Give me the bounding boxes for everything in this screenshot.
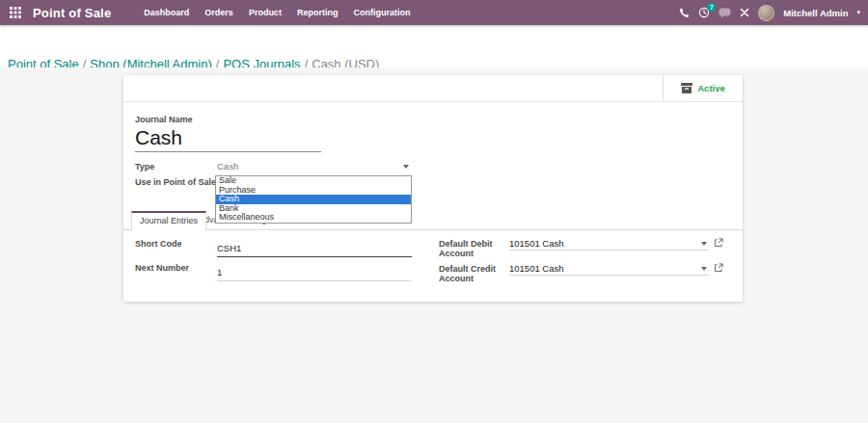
- menu-product[interactable]: Product: [247, 6, 284, 19]
- default-credit-value: 101501 Cash: [509, 263, 701, 274]
- short-code-row: Short Code CSH1: [135, 238, 412, 257]
- main-menu: Dashboard Orders Product Reporting Confi…: [142, 6, 412, 19]
- use-in-pos-label: Use in Point of Sale: [135, 176, 217, 187]
- close-icon[interactable]: [740, 8, 749, 17]
- external-link-icon[interactable]: [714, 263, 723, 273]
- form-statusbar: Active: [123, 75, 743, 102]
- default-credit-select[interactable]: 101501 Cash: [509, 263, 709, 276]
- control-panel: Point of Sale/Shop (Mitchell Admin)/POS …: [0, 25, 868, 67]
- default-debit-select[interactable]: 101501 Cash: [509, 238, 709, 251]
- menu-configuration[interactable]: Configuration: [351, 6, 412, 19]
- short-code-label: Short Code: [135, 238, 217, 249]
- default-credit-label: Default Credit Account: [439, 263, 509, 283]
- archive-box-icon: [681, 83, 692, 93]
- dropdown-option-bank[interactable]: Bank: [216, 204, 411, 214]
- app-title[interactable]: Point of Sale: [33, 6, 111, 20]
- type-select-value: Cash: [217, 161, 238, 172]
- dropdown-option-purchase[interactable]: Purchase: [216, 186, 411, 196]
- messages-icon[interactable]: [719, 8, 731, 18]
- select-caret-icon: [701, 267, 707, 271]
- type-select[interactable]: Cash: [217, 161, 412, 172]
- active-toggle-button[interactable]: Active: [663, 75, 743, 101]
- menu-reporting[interactable]: Reporting: [295, 6, 340, 19]
- left-field-column: Short Code CSH1 Next Number 1: [135, 238, 412, 286]
- chevron-down-icon: ▾: [856, 9, 860, 16]
- select-caret-icon: [701, 242, 707, 246]
- type-dropdown-list: Sale Purchase Cash Bank Miscellaneous: [215, 175, 412, 224]
- next-number-input[interactable]: 1: [217, 262, 412, 281]
- main-content-area: Active Journal Name Cash Type Cash Us: [0, 67, 868, 423]
- phone-icon[interactable]: [679, 8, 690, 18]
- short-code-input[interactable]: CSH1: [217, 238, 412, 257]
- short-code-value: CSH1: [217, 243, 241, 253]
- default-credit-row: Default Credit Account 101501 Cash: [439, 263, 723, 283]
- type-label: Type: [135, 161, 217, 172]
- next-number-label: Next Number: [135, 262, 217, 273]
- active-label: Active: [697, 83, 725, 93]
- navbar-systray: 7 Mitchell Admin ▾: [679, 0, 860, 25]
- dropdown-option-miscellaneous[interactable]: Miscellaneous: [216, 213, 411, 223]
- user-menu[interactable]: Mitchell Admin: [783, 8, 848, 18]
- next-number-row: Next Number 1: [135, 262, 412, 281]
- menu-dashboard[interactable]: Dashboard: [142, 6, 191, 19]
- activities-icon[interactable]: 7: [698, 7, 710, 18]
- journal-name-block: Journal Name Cash: [135, 115, 743, 152]
- right-field-column: Default Debit Account 101501 Cash: [439, 238, 723, 288]
- apps-grid-icon: [10, 7, 21, 18]
- select-caret-icon: [403, 165, 409, 169]
- page: Point of Sale Dashboard Orders Product R…: [0, 0, 868, 423]
- top-navbar: Point of Sale Dashboard Orders Product R…: [0, 0, 868, 25]
- default-debit-label: Default Debit Account: [439, 238, 509, 258]
- user-avatar[interactable]: [758, 5, 774, 21]
- tab-journal-entries[interactable]: Journal Entries: [131, 211, 206, 231]
- dropdown-option-sale[interactable]: Sale: [216, 176, 411, 186]
- activity-count-badge: 7: [707, 3, 716, 12]
- journal-name-label: Journal Name: [135, 115, 743, 124]
- apps-menu-button[interactable]: [10, 7, 21, 18]
- next-number-value: 1: [217, 267, 222, 278]
- default-debit-value: 101501 Cash: [509, 238, 701, 249]
- journal-form-card: Active Journal Name Cash Type Cash Us: [123, 75, 743, 302]
- dropdown-option-cash-selected[interactable]: Cash: [216, 195, 411, 204]
- external-link-icon[interactable]: [714, 238, 723, 248]
- default-debit-row: Default Debit Account 101501 Cash: [439, 238, 723, 258]
- menu-orders[interactable]: Orders: [203, 6, 235, 19]
- type-row: Type Cash: [135, 161, 743, 172]
- journal-name-input[interactable]: Cash: [135, 124, 321, 152]
